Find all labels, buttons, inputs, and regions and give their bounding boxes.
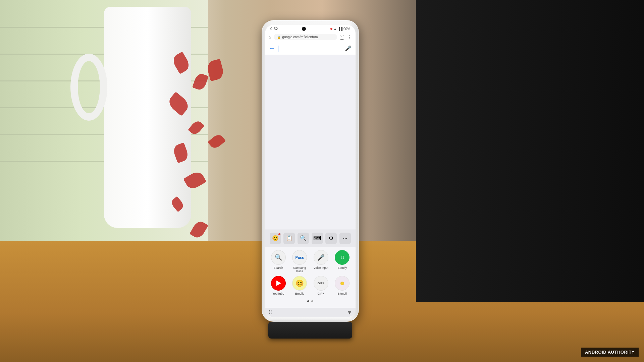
- image-search-icon: 🔍: [300, 235, 307, 241]
- voice-input-icon: 🎤: [314, 250, 328, 265]
- notification-dot: [278, 233, 280, 235]
- clipboard-icon: 📋: [286, 235, 292, 241]
- battery-text: 90%: [343, 27, 350, 31]
- samsung-pass-icon: Pass: [292, 250, 307, 265]
- youtube-label: YouTube: [272, 292, 284, 296]
- status-bar: 9:52 ▲ ▐▐ 90%: [265, 25, 356, 32]
- notification-dot: [330, 28, 332, 30]
- emoji-smiley-icon: 😊: [296, 279, 304, 287]
- settings-icon: ⚙: [329, 235, 333, 241]
- mug-leaf: [206, 59, 225, 81]
- app-item-gif[interactable]: GIF+ GIF+: [311, 276, 331, 296]
- spotify-logo: ♫: [340, 254, 345, 261]
- status-time: 9:52: [270, 27, 278, 31]
- app-row-2: YouTube 😊 Emojis GIF+ GIF+: [268, 276, 353, 296]
- pagination-dot: [311, 300, 313, 302]
- microphone-icon: 🎤: [317, 254, 325, 261]
- app-item-search[interactable]: 🔍 Search: [269, 250, 288, 274]
- emoji-button[interactable]: 😊: [270, 233, 281, 244]
- bitmoji-logo: 🙂: [340, 282, 344, 285]
- mug-leaf: [170, 196, 185, 212]
- url-text: google.com/m?client=m: [282, 35, 318, 39]
- coffee-machine: [416, 0, 644, 302]
- phone-stand: [268, 322, 352, 339]
- gif-label: GIF+: [318, 292, 324, 296]
- mug-leaf: [192, 72, 209, 91]
- pagination-dot-active: [307, 300, 309, 302]
- app-item-bitmoji[interactable]: 🙂 Bitmoji: [332, 276, 352, 296]
- settings-button[interactable]: ⚙: [325, 233, 337, 244]
- text-cursor: [278, 46, 278, 52]
- mug-leaf: [208, 133, 226, 150]
- search-bar-area: ← 🎤: [265, 42, 356, 55]
- bitmoji-label: Bitmoji: [338, 292, 347, 296]
- emojis-icon: 😊: [292, 276, 307, 291]
- image-search-button[interactable]: 🔍: [298, 233, 309, 244]
- app-item-youtube[interactable]: YouTube: [269, 276, 288, 296]
- lock-icon: 🔒: [277, 36, 281, 39]
- spotify-icon: ♫: [335, 250, 350, 265]
- spotify-label: Spotify: [337, 266, 347, 270]
- app-item-emojis[interactable]: 😊 Emojis: [290, 276, 309, 296]
- watermark: ANDROID AUTHORITY: [581, 348, 639, 357]
- url-bar[interactable]: 🔒 google.com/m?client=m: [274, 34, 337, 40]
- phone-body: 9:52 ▲ ▐▐ 90% ⌂ 🔒 google.com/m?client=m …: [262, 20, 359, 322]
- tabs-button[interactable]: 1: [340, 35, 344, 40]
- youtube-icon: [271, 276, 286, 291]
- keyboard-grid-icon[interactable]: ⠿: [268, 309, 272, 316]
- search-app-icon: 🔍: [271, 250, 286, 265]
- gif-text: GIF+: [318, 282, 324, 285]
- emojis-label: Emojis: [295, 292, 304, 296]
- mug-leaf: [190, 219, 208, 240]
- mug-leaf: [171, 52, 192, 74]
- gif-icon: GIF+: [314, 276, 328, 291]
- status-icons: ▲ ▐▐ 90%: [330, 27, 350, 31]
- clipboard-button[interactable]: 📋: [283, 233, 295, 244]
- mug-leaf: [172, 142, 190, 163]
- mug-decoration: [164, 27, 238, 194]
- mic-icon[interactable]: 🎤: [345, 45, 352, 52]
- samsung-pass-logo: Pass: [295, 255, 304, 259]
- browser-menu-icon[interactable]: ⋮: [347, 34, 352, 40]
- youtube-play-icon: [276, 281, 281, 286]
- mug-leaf: [188, 119, 205, 136]
- keyboard-button[interactable]: ⌨: [312, 233, 323, 244]
- app-item-samsung-pass[interactable]: Pass Samsung Pass: [290, 250, 309, 274]
- signal-icon: ▐▐: [338, 27, 342, 31]
- mug-handle: [70, 54, 107, 121]
- mug-container: [50, 0, 238, 261]
- samsung-pass-label: Samsung Pass: [290, 266, 309, 274]
- keyboard-dismiss-button[interactable]: ▼: [347, 310, 352, 316]
- bitmoji-icon: 🙂: [335, 276, 350, 291]
- app-shortcuts-panel: 🔍 Search Pass Samsung Pass 🎤: [265, 247, 356, 308]
- mug-leaf: [166, 92, 191, 116]
- keyboard-suggestion-bar: 😊 📋 🔍 ⌨ ⚙ ···: [265, 230, 356, 247]
- browser-content-area: [265, 55, 356, 230]
- camera-cutout: [302, 27, 306, 31]
- pagination-dots: [268, 298, 353, 304]
- keyboard-icon: ⌨: [313, 235, 321, 241]
- browser-nav-bar: ⌂ 🔒 google.com/m?client=m 1 ⋮: [265, 32, 356, 42]
- watermark-text: ANDROID AUTHORITY: [585, 350, 635, 355]
- search-app-label: Search: [273, 266, 283, 270]
- app-item-spotify[interactable]: ♫ Spotify: [332, 250, 352, 274]
- keyboard-bottom-bar: ⠿ ▼: [265, 308, 356, 317]
- phone-device: 9:52 ▲ ▐▐ 90% ⌂ 🔒 google.com/m?client=m …: [262, 20, 366, 342]
- voice-input-label: Voice input: [314, 266, 328, 270]
- mug-body: [104, 7, 191, 228]
- app-row-1: 🔍 Search Pass Samsung Pass 🎤: [268, 250, 353, 274]
- app-item-voice-input[interactable]: 🎤 Voice input: [311, 250, 331, 274]
- emoji-icon: 😊: [272, 235, 279, 241]
- back-button[interactable]: ←: [269, 45, 275, 52]
- mug-leaf: [183, 170, 206, 191]
- home-icon[interactable]: ⌂: [268, 35, 271, 40]
- search-icon: 🔍: [275, 254, 282, 261]
- more-button[interactable]: ···: [339, 233, 351, 244]
- wifi-icon: ▲: [333, 27, 337, 31]
- more-icon: ···: [343, 235, 347, 241]
- phone-screen: 9:52 ▲ ▐▐ 90% ⌂ 🔒 google.com/m?client=m …: [265, 25, 356, 317]
